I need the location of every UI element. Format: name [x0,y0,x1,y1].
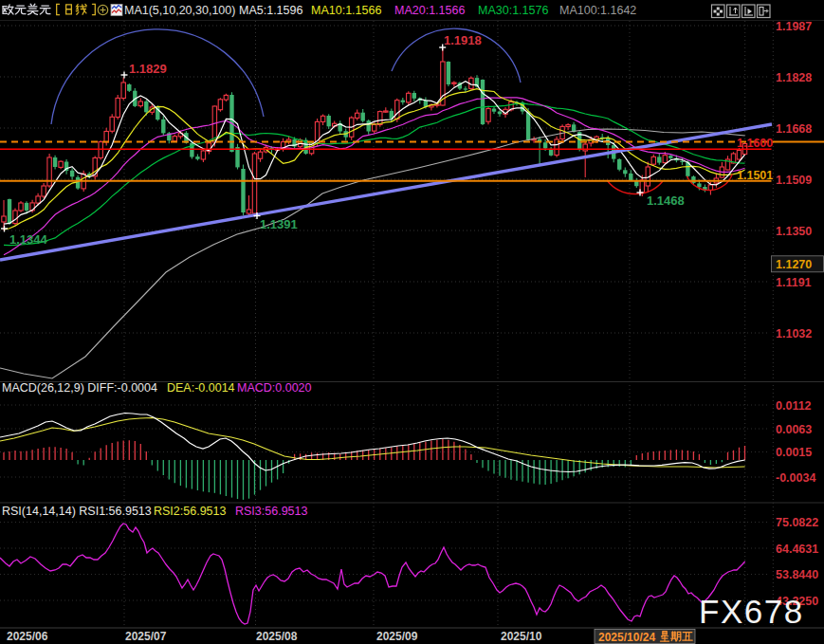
svg-text:MA1(5,10,20,30,100): MA1(5,10,20,30,100) [124,4,235,17]
svg-text:RSI2:56.9513: RSI2:56.9513 [154,505,226,518]
svg-text:-0.0034: -0.0034 [776,471,815,485]
svg-text:1.1987: 1.1987 [776,20,812,33]
svg-text:MA20:1.1566: MA20:1.1566 [394,4,465,17]
svg-text:2025/07: 2025/07 [125,630,167,643]
svg-text:RSI(14,14,14) RSI1:56.9513: RSI(14,14,14) RSI1:56.9513 [2,505,152,518]
svg-text:2025/10: 2025/10 [501,630,542,643]
svg-text:1.1668: 1.1668 [776,122,812,136]
svg-text:1.1828: 1.1828 [776,71,812,84]
svg-text:1.1600: 1.1600 [737,137,773,150]
svg-text:1.1918: 1.1918 [444,33,482,47]
svg-text:1.1032: 1.1032 [776,327,812,340]
svg-text:53.8440: 53.8440 [776,568,818,581]
svg-text:0.0112: 0.0112 [776,399,812,413]
svg-text:RSI3:56.9513: RSI3:56.9513 [235,505,307,518]
svg-text:2025/10/24: 2025/10/24 [598,631,655,644]
svg-text:1.1829: 1.1829 [129,62,167,76]
svg-text:64.4631: 64.4631 [776,543,818,556]
svg-text:1.1391: 1.1391 [260,217,298,231]
svg-text:1.1350: 1.1350 [776,225,812,238]
svg-text:2025/08: 2025/08 [256,630,298,643]
svg-text:1.1344: 1.1344 [9,232,48,247]
svg-text:MACD(26,12,9) DIFF:-0.0004: MACD(26,12,9) DIFF:-0.0004 [2,381,157,395]
svg-text:MA5:1.1596: MA5:1.1596 [239,4,302,17]
svg-text:1.1501: 1.1501 [737,169,773,182]
svg-text:MA10:1.1566: MA10:1.1566 [311,4,381,17]
svg-text:75.0822: 75.0822 [776,516,818,529]
svg-text:MA30:1.1576: MA30:1.1576 [478,4,548,17]
svg-text:1.1509: 1.1509 [776,174,812,187]
svg-text:FX678: FX678 [699,593,804,630]
svg-text:2025/09: 2025/09 [376,630,418,643]
svg-text:1.1191: 1.1191 [776,276,812,289]
svg-text:0.0015: 0.0015 [776,446,812,459]
svg-text:2025/06: 2025/06 [7,630,48,643]
svg-text:1.1270: 1.1270 [776,258,812,271]
svg-text:0.0063: 0.0063 [776,423,812,436]
svg-text:MA100:1.1642: MA100:1.1642 [559,4,636,17]
svg-text:1.1468: 1.1468 [647,193,685,208]
svg-text:MACD:0.0020: MACD:0.0020 [237,381,312,395]
svg-text:DEA:-0.0014: DEA:-0.0014 [167,381,235,395]
